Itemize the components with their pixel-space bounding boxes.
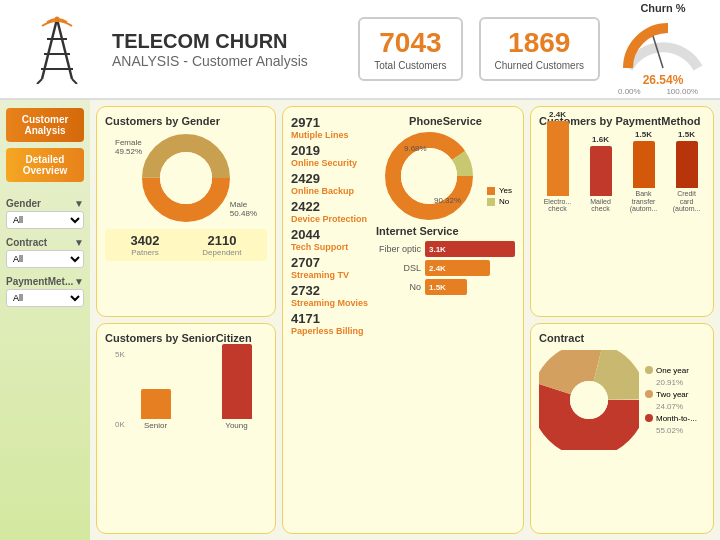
internet-bar-0: Fiber optic 3.1K — [376, 241, 515, 257]
no-color — [487, 198, 495, 206]
main-title-line2: ANALYSIS - Customer Analysis — [112, 53, 350, 69]
phone-service-title: PhoneService — [376, 115, 515, 127]
tower-icon — [27, 14, 87, 84]
service-name-1: Online Security — [291, 158, 372, 168]
gender-donut: Female 49.52% Male 50.48% — [105, 133, 267, 223]
senior-bar-item: Senior — [125, 389, 186, 430]
contract-card: Contract One year 20.91% — [530, 323, 714, 534]
gender-select[interactable]: All — [6, 211, 84, 229]
payment-select[interactable]: All — [6, 289, 84, 307]
pay-bar-0 — [547, 121, 569, 196]
main-layout: Customer Analysis Detailed Overview Gend… — [0, 100, 720, 540]
contract-legend: One year 20.91% Two year 24.07% Month-to… — [645, 366, 697, 435]
service-num-2: 2429 — [291, 171, 372, 186]
internet-fill-1: 2.4K — [425, 260, 490, 276]
internet-fill-2: 1.5K — [425, 279, 467, 295]
total-customers-box: 7043 Total Customers — [358, 17, 462, 81]
pay-bar-label-0: Electro...check — [544, 198, 572, 213]
two-year-dot — [645, 390, 653, 398]
pay-bar-item-3: 1.5K Creditcard(autom... — [668, 130, 705, 213]
gender-donut-svg — [131, 133, 241, 223]
gender-card-title: Customers by Gender — [105, 115, 267, 127]
total-customers-number: 7043 — [374, 27, 446, 59]
pay-bar-label-2: Banktransfer(autom... — [630, 190, 658, 213]
gender-female-label: Female 49.52% — [115, 138, 142, 156]
svg-point-20 — [570, 381, 608, 419]
header: TELECOM CHURN ANALYSIS - Customer Analys… — [0, 0, 720, 100]
chevron-down-icon-3: ▼ — [74, 276, 84, 287]
internet-service-section: Internet Service Fiber optic 3.1K DSL 2.… — [376, 225, 515, 298]
internet-val-0: 3.1K — [429, 245, 446, 254]
middle-right: PhoneService 9.68% 90.32% — [376, 115, 515, 525]
pay-bar-label-3: Creditcard(autom... — [673, 190, 701, 213]
internet-service-title: Internet Service — [376, 225, 515, 237]
young-bar-item: Young — [206, 344, 267, 430]
pay-bar-val-0: 2.4K — [549, 110, 566, 119]
service-num-0: 2971 — [291, 115, 372, 130]
service-name-0: Mutiple Lines — [291, 130, 372, 140]
internet-bar-1: DSL 2.4K — [376, 260, 515, 276]
month-to-month-pct: 55.02% — [656, 426, 697, 435]
service-name-3: Device Protection — [291, 214, 372, 224]
gender-card: Customers by Gender Female 49.52% Male 5… — [96, 106, 276, 317]
service-item-2: 2429 Online Backup — [291, 171, 372, 196]
yes-color — [487, 187, 495, 195]
one-year-pct: 20.91% — [656, 378, 697, 387]
churned-customers-box: 1869 Churned Customers — [479, 17, 600, 81]
internet-bar-2: No 1.5K — [376, 279, 515, 295]
svg-text:90.32%: 90.32% — [434, 196, 461, 205]
title-area: TELECOM CHURN ANALYSIS - Customer Analys… — [102, 29, 350, 69]
pay-bar-3 — [676, 141, 698, 188]
main-title-line1: TELECOM CHURN — [112, 29, 350, 53]
right-panel: Customers by PaymentMethod 2.4K Electro.… — [530, 100, 720, 540]
contract-pie-svg — [539, 350, 639, 450]
pay-bar-val-2: 1.5K — [635, 130, 652, 139]
gender-stats: 3402 Patners 2110 Dependent — [105, 229, 267, 261]
bar-axis-top: 5K — [115, 350, 125, 359]
service-item-1: 2019 Online Security — [291, 143, 372, 168]
internet-fill-0: 3.1K — [425, 241, 515, 257]
service-num-5: 2707 — [291, 255, 372, 270]
young-bar — [222, 344, 252, 419]
service-name-7: Paperless Billing — [291, 326, 372, 336]
dependent-stat: 2110 Dependent — [202, 233, 241, 257]
pay-bar-2 — [633, 141, 655, 188]
filter-section: Gender ▼ All Contract ▼ All PaymentMet..… — [6, 198, 84, 315]
svg-point-5 — [55, 17, 60, 22]
service-item-4: 2044 Tech Support — [291, 227, 372, 252]
chevron-down-icon-2: ▼ — [74, 237, 84, 248]
senior-bar — [141, 389, 171, 419]
internet-label-0: Fiber optic — [376, 244, 421, 254]
pay-bar-item-2: 1.5K Banktransfer(autom... — [625, 130, 662, 213]
service-item-5: 2707 Streaming TV — [291, 255, 372, 280]
service-name-5: Streaming TV — [291, 270, 372, 280]
contract-select[interactable]: All — [6, 250, 84, 268]
nav-detailed-overview[interactable]: Detailed Overview — [6, 148, 84, 182]
filter-gender-label: Gender ▼ — [6, 198, 84, 209]
service-item-0: 2971 Mutiple Lines — [291, 115, 372, 140]
churn-pct-value: 26.54% — [618, 73, 708, 87]
sidebar: Customer Analysis Detailed Overview Gend… — [0, 100, 90, 540]
service-name-6: Streaming Movies — [291, 298, 372, 308]
gauge-svg — [618, 18, 708, 73]
senior-bar-chart: 5K 0K Senior Young — [105, 350, 267, 445]
svg-text:9.68%: 9.68% — [404, 144, 427, 153]
senior-bars: Senior Young — [105, 350, 267, 430]
middle-panel: 2971 Mutiple Lines 2019 Online Security … — [282, 106, 524, 534]
yes-label: Yes — [499, 186, 512, 195]
legend-one-year: One year — [645, 366, 697, 375]
legend-month-to-month: Month-to-... — [645, 414, 697, 423]
internet-label-2: No — [376, 282, 421, 292]
content-area: Customers by Gender Female 49.52% Male 5… — [90, 100, 530, 540]
churned-customers-number: 1869 — [495, 27, 584, 59]
pay-bar-val-3: 1.5K — [678, 130, 695, 139]
service-num-7: 4171 — [291, 311, 372, 326]
service-item-6: 2732 Streaming Movies — [291, 283, 372, 308]
service-num-1: 2019 — [291, 143, 372, 158]
nav-customer-analysis[interactable]: Customer Analysis — [6, 108, 84, 142]
no-label: No — [499, 197, 509, 206]
payment-bars: 2.4K Electro...check 1.6K Mailedcheck 1.… — [539, 133, 705, 213]
chevron-down-icon: ▼ — [74, 198, 84, 209]
service-list: 2971 Mutiple Lines 2019 Online Security … — [291, 115, 372, 525]
one-year-dot — [645, 366, 653, 374]
